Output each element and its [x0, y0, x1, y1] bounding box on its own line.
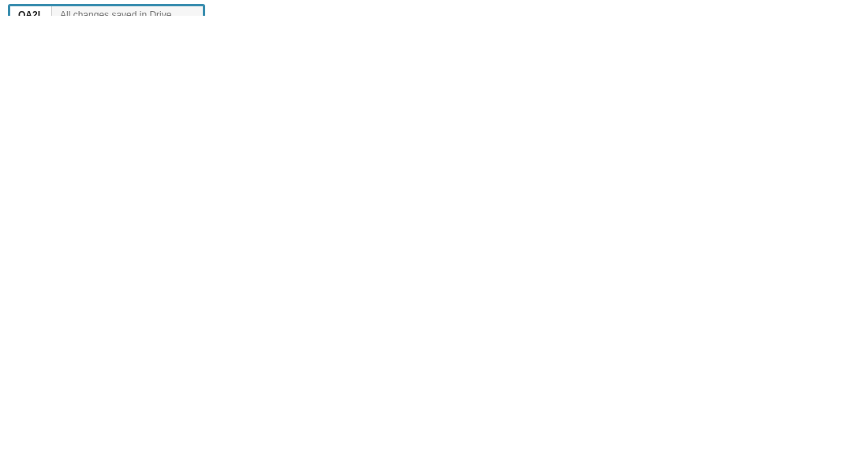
tab-qa2l[interactable]: QA2L — [10, 6, 52, 16]
sidebar-panel: QA2L All changes saved in Drive ✔Validat… — [8, 4, 205, 16]
sidebar-tabs: QA2L All changes saved in Drive — [10, 6, 203, 16]
save-status: All changes saved in Drive — [52, 6, 179, 16]
